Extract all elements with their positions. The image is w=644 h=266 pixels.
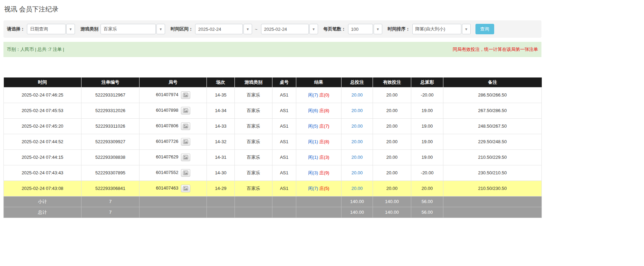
cell-session: 14-30 <box>207 165 235 181</box>
column-header: 游戏类别 <box>235 77 272 87</box>
cell-note: 267.50/286.50 <box>443 103 542 118</box>
cell-note: 286.50/266.50 <box>443 87 542 103</box>
cell-bet-id: 522293307895 <box>81 165 140 181</box>
chevron-down-icon: ▼ <box>246 27 250 31</box>
empty-cell <box>296 207 342 218</box>
cell-game-type: 百家乐 <box>235 134 272 149</box>
cell-round: 601407463 <box>140 181 207 196</box>
game-type-combobox: ▼ <box>100 24 165 34</box>
cell-total-bet: 20.00 <box>342 165 373 181</box>
game-type-dropdown-button[interactable]: ▼ <box>156 24 165 34</box>
cell-result: 闲(6) 庄(8) <box>296 103 342 118</box>
game-type-input[interactable] <box>100 24 156 34</box>
total-bet-link[interactable]: 20.00 <box>352 92 363 98</box>
media-thumbnail-icon[interactable] <box>181 169 190 177</box>
table-body: 2025-02-24 07:46:25 522293312967 6014079… <box>4 87 542 196</box>
cell-total-bet: 20.00 <box>342 181 373 196</box>
media-thumbnail-icon[interactable] <box>181 107 190 114</box>
time-sort-dropdown-button[interactable]: ▼ <box>462 24 471 34</box>
column-header: 桌号 <box>272 77 296 87</box>
total-bet-link[interactable]: 20.00 <box>352 186 363 191</box>
cell-payout: 20.00 <box>411 181 443 196</box>
time-sort-input[interactable] <box>412 24 461 34</box>
cell-note: 229.50/248.50 <box>443 134 542 149</box>
date-start-input[interactable] <box>195 24 243 34</box>
cell-valid-bet: 20.00 <box>373 149 411 165</box>
cell-round: 601407806 <box>140 118 207 134</box>
cell-result: 闲(3) 庄(9) <box>296 165 342 181</box>
cell-table-no: AS1 <box>272 87 296 103</box>
total-row: 总计 7 140.00 140.00 56.00 <box>4 207 542 218</box>
media-thumbnail-icon[interactable] <box>181 154 190 161</box>
query-type-combobox: ▼ <box>27 24 75 34</box>
media-thumbnail-icon[interactable] <box>181 91 190 99</box>
result-banker: 庄(8) <box>319 108 329 113</box>
cell-round: 601407898 <box>140 103 207 118</box>
total-bet-link[interactable]: 20.00 <box>352 139 363 144</box>
total-bet-link[interactable]: 20.00 <box>352 155 363 160</box>
date-start-dropdown-button[interactable]: ▼ <box>243 24 252 34</box>
cell-total-bet: 20.00 <box>342 134 373 149</box>
per-page-dropdown-button[interactable]: ▼ <box>374 24 382 34</box>
empty-cell <box>207 207 235 218</box>
cell-result: 闲(1) 庄(8) <box>296 134 342 149</box>
cell-table-no: AS1 <box>272 181 296 196</box>
per-page-combobox: ▼ <box>348 24 382 34</box>
empty-cell <box>272 196 296 207</box>
round-number: 601407463 <box>156 185 178 191</box>
cell-note: 230.50/210.50 <box>443 165 542 181</box>
cell-valid-bet: 20.00 <box>373 181 411 196</box>
column-header: 总投注 <box>342 77 373 87</box>
round-number: 601407552 <box>156 170 178 175</box>
column-header: 有效投注 <box>373 77 411 87</box>
result-banker: 庄(0) <box>319 92 329 98</box>
date-end-input[interactable] <box>261 24 309 34</box>
cell-round: 601407552 <box>140 165 207 181</box>
media-thumbnail-icon[interactable] <box>181 185 190 192</box>
chevron-down-icon: ▼ <box>69 27 73 31</box>
cell-result: 闲(7) 庄(0) <box>296 87 342 103</box>
date-end-dropdown-button[interactable]: ▼ <box>309 24 318 34</box>
filter-bar: 请选择： ▼ 游戏类别 ▼ 时间区间： ▼ ~ ▼ 每页笔数： ▼ 时间排序： … <box>3 20 541 38</box>
result-player: 闲(7) <box>308 186 318 191</box>
summary-notice: 同局有效投注，统一计算在该局第一张注单 <box>453 46 538 53</box>
per-page-input[interactable] <box>348 24 373 34</box>
cell-bet-id: 522293309927 <box>81 134 140 149</box>
total-bet-link[interactable]: 20.00 <box>352 123 363 129</box>
cell-total-bet: 20.00 <box>342 87 373 103</box>
search-button[interactable]: 查询 <box>475 24 494 34</box>
cell-bet-id: 522293311026 <box>81 118 140 134</box>
query-type-dropdown-button[interactable]: ▼ <box>66 24 75 34</box>
cell-valid-bet: 20.00 <box>373 134 411 149</box>
query-type-label: 请选择： <box>7 26 25 32</box>
total-total-bet: 140.00 <box>342 207 373 218</box>
table-row: 2025-02-24 07:44:52 522293309927 6014077… <box>4 134 542 149</box>
date-end-combobox: ▼ <box>261 24 318 34</box>
empty-cell <box>443 207 542 218</box>
cell-session: 14-32 <box>207 134 235 149</box>
cell-total-bet: 20.00 <box>342 103 373 118</box>
empty-cell <box>207 196 235 207</box>
cell-session: 14-31 <box>207 149 235 165</box>
cell-table-no: AS1 <box>272 103 296 118</box>
media-thumbnail-icon[interactable] <box>181 122 190 130</box>
table-row: 2025-02-24 07:43:43 522293307895 6014075… <box>4 165 542 181</box>
total-bet-link[interactable]: 20.00 <box>352 108 363 113</box>
cell-payout: -20.00 <box>411 87 443 103</box>
cell-total-bet: 20.00 <box>342 149 373 165</box>
total-bet-link[interactable]: 20.00 <box>352 170 363 175</box>
cell-game-type: 百家乐 <box>235 87 272 103</box>
table-row: 2025-02-24 07:46:25 522293312967 6014079… <box>4 87 542 103</box>
subtotal-total-bet: 140.00 <box>342 196 373 207</box>
per-page-label: 每页笔数： <box>324 26 346 32</box>
query-type-input[interactable] <box>27 24 66 34</box>
table-row: 2025-02-24 07:45:53 522293312026 6014078… <box>4 103 542 118</box>
column-header: 局号 <box>140 77 207 87</box>
media-thumbnail-icon[interactable] <box>181 138 190 146</box>
cell-payout: 19.00 <box>411 118 443 134</box>
round-number: 601407806 <box>156 123 178 128</box>
round-number: 601407726 <box>156 139 178 144</box>
cell-table-no: AS1 <box>272 118 296 134</box>
summary-bar: 币别：人民币 | 总共 :7 注单 | 同局有效投注，统一计算在该局第一张注单 <box>3 42 541 57</box>
bet-records-table: 时间注单编号局号场次游戏类别桌号结果总投注有效投注总派彩备注 2025-02-2… <box>3 77 542 218</box>
